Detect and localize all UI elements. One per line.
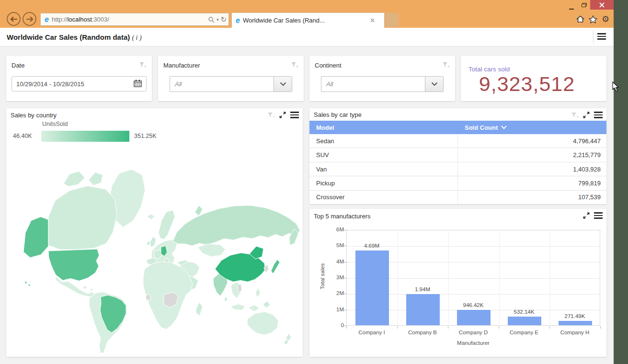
filter-clear-icon[interactable] [442,61,450,70]
car-type-table-card: Sales by car type Model Sold Count Sedan… [309,108,606,204]
widget-menu-button[interactable] [594,112,603,118]
new-tab-button[interactable] [386,13,399,27]
refresh-icon[interactable]: ↻ [220,15,227,24]
expand-icon[interactable] [583,212,590,219]
forward-button[interactable] [23,12,36,26]
dashboard-page: Worldwide Car Sales (Random data) ( i ) … [0,28,614,364]
kpi-card: Total cars sold 9,323,512 [461,56,606,101]
filter-clear-icon[interactable] [139,61,147,70]
table-row[interactable]: Crossover107,539 [309,191,606,204]
column-header-model[interactable]: Model [309,121,458,134]
forward-arrow-icon [25,16,34,23]
manufacturer-filter-label: Manufacturer [163,62,200,69]
widget-menu-button[interactable] [290,112,299,118]
bar-Company B[interactable] [406,294,440,325]
browser-tab[interactable]: e Worldwide Car Sales (Rand... [231,12,385,28]
close-icon [599,2,605,8]
y-tick-label: 2M [325,290,344,296]
y-tick-label: 1M [325,307,344,312]
table-row[interactable]: Van1,403,928 [309,162,606,176]
minimize-button[interactable] [565,0,578,10]
continent-select-arrow[interactable] [425,77,443,91]
favorites-button[interactable] [587,14,599,24]
bar-value-label: 532.14K [502,309,546,315]
address-bar[interactable]: e http://localhost:3003/ ▾ ↻ [40,13,229,26]
map-legend-title: UnitsSold [42,121,68,127]
settings-button[interactable]: ⚙ [600,14,611,24]
chevron-down-icon [431,82,438,86]
y-tick-mark [344,310,346,310]
table-row[interactable]: SUV2,215,779 [309,148,606,162]
map-card-title: Sales by country [11,112,57,119]
close-button[interactable] [590,0,614,10]
table-row[interactable]: Sedan4,796,447 [309,134,606,148]
back-button[interactable] [7,12,21,26]
page-title: Worldwide Car Sales (Random data) ( i ) [7,28,142,47]
filter-clear-icon[interactable] [571,112,579,118]
search-icon[interactable] [208,16,215,23]
x-tick-mark [346,326,347,329]
chart-x-axis-label: Manufacturer [346,340,600,346]
tab-title: Worldwide Car Sales (Rand... [243,17,368,24]
browser-chrome: e http://localhost:3003/ ▾ ↻ e Worldwide… [0,0,614,28]
world-choropleth-map[interactable] [6,145,303,356]
expand-icon[interactable] [279,112,286,118]
manufacturer-select-value: All [170,77,274,91]
car-type-table-body: Sedan4,796,447SUV2,215,779Van1,403,928Pi… [309,134,606,204]
table-card-title: Sales by car type [314,111,362,118]
desktop: e http://localhost:3003/ ▾ ↻ e Worldwide… [0,0,628,364]
gridline [499,230,500,325]
url-text: http://localhost:3003/ [52,16,109,23]
x-tick-label: Company I [346,330,397,335]
cell-model: SUV [309,148,458,161]
dashboard-menu-button[interactable] [597,33,606,40]
manufacturer-select[interactable]: All [170,76,292,92]
star-icon [589,15,597,23]
kpi-value: 9,323,512 [461,72,593,96]
bar-Company H[interactable] [559,321,592,325]
tab-close-icon[interactable] [370,18,375,23]
table-row[interactable]: Pickup799,819 [309,176,606,190]
date-range-input[interactable]: 10/29/2014 - 10/28/2015 [11,76,147,91]
map-legend-min: 46.40K [13,133,32,139]
restore-icon [582,3,587,7]
cell-sold-count: 107,539 [458,191,606,204]
bar-Company E[interactable] [508,317,541,325]
y-tick-label: 3M [325,274,344,280]
x-tick-label: Company H [549,330,600,335]
header-divider [593,31,594,44]
restore-button[interactable] [578,0,590,10]
y-tick-mark [344,262,346,262]
chevron-down-icon [280,82,286,86]
cell-sold-count: 1,403,928 [458,162,606,176]
expand-icon[interactable] [583,112,590,118]
y-tick-label: 5M [325,242,344,248]
home-button[interactable] [574,14,586,24]
manufacturer-select-arrow[interactable] [274,77,292,91]
sort-desc-icon [501,125,507,129]
bar-Company I[interactable] [355,250,389,325]
y-tick-mark [344,230,346,230]
widget-menu-button[interactable] [594,212,603,219]
filter-clear-icon[interactable] [291,61,298,70]
manufacturer-filter-card: Manufacturer All [158,56,304,101]
mouse-cursor [612,81,620,92]
continent-filter-card: Continent All [309,56,455,101]
home-icon [576,15,584,23]
map-legend-gradient [41,131,129,142]
calendar-icon[interactable] [134,80,142,89]
dashboard-header: Worldwide Car Sales (Random data) ( i ) [0,28,614,46]
date-filter-label: Date [11,62,24,69]
cell-sold-count: 4,796,447 [458,134,606,148]
bar-Company D[interactable] [457,310,491,325]
info-icon[interactable]: ( i ) [132,34,141,41]
continent-select[interactable]: All [321,76,444,92]
x-tick-label: Company E [499,330,549,335]
bar-value-label: 1.94M [401,286,444,292]
search-dropdown-icon[interactable]: ▾ [217,17,219,22]
column-header-sold-count[interactable]: Sold Count [458,121,606,134]
back-arrow-icon [10,16,18,23]
map-card: Sales by country UnitsSold 46.40K 351.25… [6,108,303,357]
x-tick-mark [549,326,550,329]
filter-clear-icon[interactable] [267,112,275,118]
